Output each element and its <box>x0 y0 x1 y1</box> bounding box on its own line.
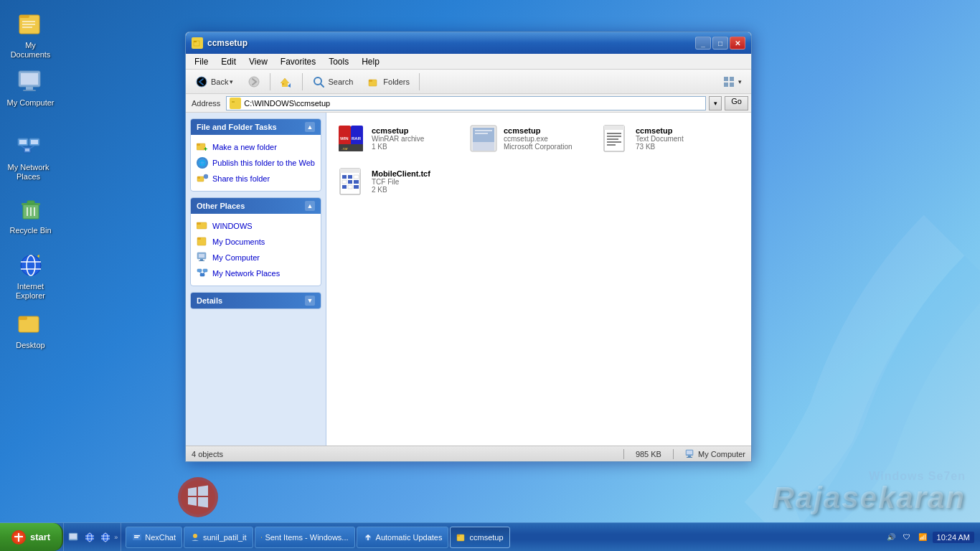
windows-folder-icon <box>197 220 208 232</box>
other-places-content: WINDOWS My Documents <box>191 214 321 286</box>
svg-rect-111 <box>134 537 138 538</box>
address-field[interactable]: C:\WINDOWS\ccmsetup <box>226 96 706 110</box>
close-button[interactable]: ✕ <box>730 37 745 50</box>
svg-rect-42 <box>730 83 734 87</box>
svg-rect-30 <box>194 41 197 42</box>
start-orb-icon <box>11 530 26 545</box>
taskbar-item-automatic-updates[interactable]: Automatic Updates <box>357 527 449 548</box>
windows-logo <box>176 476 220 519</box>
menu-file[interactable]: File <box>189 55 214 68</box>
taskbar-items: NexChat sunil_patil_it Sent Items - Wind… <box>121 527 877 548</box>
other-places-section: Other Places ▲ WINDOWS <box>190 197 321 286</box>
desktop-icon-my-network-places[interactable]: My Network Places <box>1 129 55 184</box>
details-header[interactable]: Details ▼ <box>191 293 321 309</box>
folders-button[interactable]: Folders <box>361 72 416 92</box>
file-item-ccmsetup-rar[interactable]: WIN RAR .rar ccmsetup WinRAR archive 1 K… <box>332 118 461 159</box>
address-dropdown[interactable]: ▾ <box>709 96 722 110</box>
svg-rect-44 <box>232 101 235 103</box>
taskbar-item-ccmsetup[interactable]: ccmsetup <box>450 527 509 548</box>
file-item-ccmsetup-exe[interactable]: ccmsetup ccmsetup.exe Microsoft Corporat… <box>464 118 593 159</box>
collapse-file-tasks[interactable]: ▲ <box>305 122 315 132</box>
tray-icon-2[interactable]: 🛡 <box>900 530 914 545</box>
file-item-mobileclient-tcf[interactable]: MobileClient.tcf TCF File 2 KB <box>332 161 461 202</box>
ql-extra[interactable] <box>98 530 113 545</box>
menu-tools[interactable]: Tools <box>323 55 354 68</box>
toolbar-sep-2 <box>302 73 303 90</box>
svg-text:+: + <box>204 146 207 151</box>
maximize-button[interactable]: □ <box>712 37 728 50</box>
svg-rect-56 <box>199 254 204 258</box>
menu-help[interactable]: Help <box>356 55 385 68</box>
views-button[interactable]: ▾ <box>716 72 748 92</box>
address-go-button[interactable]: Go <box>725 96 748 110</box>
views-icon <box>722 75 735 88</box>
taskbar-item-sent-items[interactable]: Sent Items - Windows... <box>255 527 355 548</box>
file-item-ccmsetup-txt[interactable]: ccmsetup Text Document 73 KB <box>596 118 725 159</box>
taskbar-item-nexchat[interactable]: NexChat <box>126 527 182 548</box>
collapse-details[interactable]: ▼ <box>305 296 315 306</box>
menu-edit[interactable]: Edit <box>215 55 242 68</box>
auto-updates-icon <box>363 532 373 542</box>
svg-rect-19 <box>27 201 34 204</box>
desktop-icon-internet-explorer[interactable]: Internet Explorer <box>4 248 57 303</box>
taskbar: start » <box>0 522 980 551</box>
svg-rect-96 <box>687 457 692 458</box>
svg-line-62 <box>199 272 202 273</box>
collapse-other-places[interactable]: ▲ <box>305 201 315 211</box>
desktop-icon-my-computer[interactable]: My Computer <box>4 65 57 110</box>
tray-icon-1[interactable]: 🔊 <box>884 530 898 545</box>
left-panel: File and Folder Tasks ▲ + Make a new fol… <box>186 113 326 446</box>
link-publish-web[interactable]: 🌐 Publish this folder to the Web <box>194 155 318 171</box>
minimize-button[interactable]: _ <box>695 37 711 50</box>
share-folder-icon <box>197 173 208 184</box>
ql-more[interactable]: » <box>114 534 118 541</box>
svg-rect-72 <box>473 142 494 151</box>
explorer-body: File and Folder Tasks ▲ + Make a new fol… <box>186 113 751 446</box>
link-my-network-places[interactable]: My Network Places <box>194 265 318 281</box>
back-button[interactable]: Back ▾ <box>189 72 240 92</box>
svg-rect-84 <box>342 175 347 179</box>
explorer-window: ccmsetup _ □ ✕ File Edit View Favorites … <box>185 32 752 462</box>
search-button[interactable]: Search <box>306 72 359 92</box>
menu-favorites[interactable]: Favorites <box>275 55 321 68</box>
watermark-windows: Windows Se7en <box>869 470 966 483</box>
svg-rect-76 <box>604 126 624 130</box>
status-divider-1 <box>623 449 624 459</box>
forward-button[interactable] <box>241 72 267 92</box>
file-tasks-header[interactable]: File and Folder Tasks ▲ <box>191 119 321 135</box>
svg-rect-6 <box>21 73 38 85</box>
toolbar-sep-3 <box>419 73 420 90</box>
up-button[interactable] <box>273 72 299 92</box>
svg-point-105 <box>101 533 110 542</box>
svg-rect-95 <box>688 456 691 457</box>
ql-ie[interactable] <box>83 530 97 545</box>
tray-icon-3[interactable]: 📶 <box>915 530 930 545</box>
desktop-icon-recycle-bin[interactable]: Recycle Bin <box>4 192 57 238</box>
ql-show-desktop[interactable] <box>67 530 81 545</box>
link-share-folder[interactable]: Share this folder <box>194 171 318 187</box>
other-places-header[interactable]: Other Places ▲ <box>191 198 321 214</box>
link-my-documents[interactable]: My Documents <box>194 234 318 250</box>
menu-view[interactable]: View <box>243 55 273 68</box>
svg-rect-1 <box>19 15 29 18</box>
link-windows[interactable]: WINDOWS <box>194 218 318 234</box>
svg-rect-61 <box>200 273 204 276</box>
details-section: Details ▼ <box>190 292 321 309</box>
svg-point-23 <box>21 255 41 276</box>
status-divider-2 <box>673 449 674 459</box>
svg-rect-7 <box>26 87 33 90</box>
svg-rect-77 <box>607 133 621 134</box>
link-my-computer[interactable]: My Computer <box>194 250 318 265</box>
link-new-folder[interactable]: + Make a new folder <box>194 139 318 155</box>
nexchat-icon <box>132 532 142 542</box>
svg-rect-49 <box>197 176 200 179</box>
start-button[interactable]: start <box>0 523 63 551</box>
clock: 10:24 AM <box>933 532 974 543</box>
toolbar: Back ▾ <box>186 70 751 94</box>
address-path: C:\WINDOWS\ccmsetup <box>244 99 330 108</box>
desktop-icon-my-documents[interactable]: My Documents <box>4 7 57 62</box>
taskbar-item-sunil[interactable]: sunil_patil_it <box>184 527 253 548</box>
svg-rect-38 <box>369 80 372 82</box>
desktop-icon-desktop[interactable]: Desktop <box>4 307 57 353</box>
svg-rect-39 <box>724 77 728 81</box>
